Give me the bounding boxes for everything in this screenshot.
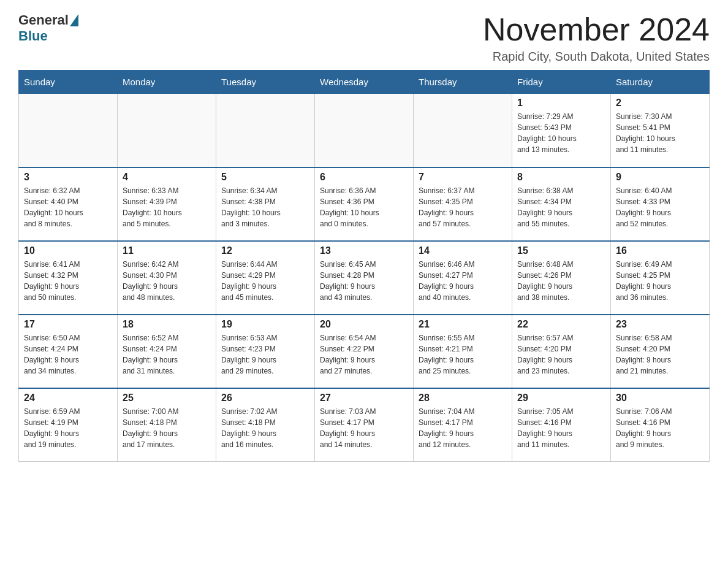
day-info: Sunrise: 6:53 AMSunset: 4:23 PMDaylight:… bbox=[221, 332, 309, 377]
calendar-cell: 19Sunrise: 6:53 AMSunset: 4:23 PMDayligh… bbox=[216, 315, 315, 388]
weekday-header-friday: Friday bbox=[512, 71, 611, 94]
calendar-cell: 23Sunrise: 6:58 AMSunset: 4:20 PMDayligh… bbox=[611, 315, 710, 388]
logo-general-text: General bbox=[18, 12, 69, 28]
logo: General Blue bbox=[18, 12, 80, 44]
day-info: Sunrise: 6:34 AMSunset: 4:38 PMDaylight:… bbox=[221, 185, 309, 229]
day-info: Sunrise: 7:05 AMSunset: 4:16 PMDaylight:… bbox=[517, 406, 605, 450]
calendar-cell: 21Sunrise: 6:55 AMSunset: 4:21 PMDayligh… bbox=[414, 315, 512, 388]
day-info: Sunrise: 6:46 AMSunset: 4:27 PMDaylight:… bbox=[419, 259, 507, 303]
location-subtitle: Rapid City, South Dakota, United States bbox=[483, 50, 710, 64]
day-info: Sunrise: 6:57 AMSunset: 4:20 PMDaylight:… bbox=[517, 332, 605, 377]
day-number: 20 bbox=[320, 319, 408, 330]
day-info: Sunrise: 7:00 AMSunset: 4:18 PMDaylight:… bbox=[123, 406, 211, 450]
calendar-cell: 4Sunrise: 6:33 AMSunset: 4:39 PMDaylight… bbox=[118, 167, 216, 241]
day-info: Sunrise: 6:54 AMSunset: 4:22 PMDaylight:… bbox=[320, 332, 408, 377]
day-info: Sunrise: 6:58 AMSunset: 4:20 PMDaylight:… bbox=[616, 332, 704, 377]
title-area: November 2024 Rapid City, South Dakota, … bbox=[483, 12, 710, 64]
day-number: 25 bbox=[123, 393, 211, 404]
page-header: General Blue November 2024 Rapid City, S… bbox=[18, 12, 710, 64]
day-number: 9 bbox=[616, 172, 704, 183]
day-number: 4 bbox=[123, 172, 211, 183]
calendar-cell: 28Sunrise: 7:04 AMSunset: 4:17 PMDayligh… bbox=[414, 388, 512, 462]
day-number: 28 bbox=[419, 393, 507, 404]
month-year-title: November 2024 bbox=[483, 12, 710, 47]
day-number: 1 bbox=[517, 98, 605, 109]
day-number: 2 bbox=[616, 98, 704, 109]
calendar-cell: 18Sunrise: 6:52 AMSunset: 4:24 PMDayligh… bbox=[118, 315, 216, 388]
calendar-cell bbox=[414, 94, 512, 167]
day-number: 14 bbox=[419, 245, 507, 256]
calendar-cell: 17Sunrise: 6:50 AMSunset: 4:24 PMDayligh… bbox=[19, 315, 118, 388]
day-info: Sunrise: 6:49 AMSunset: 4:25 PMDaylight:… bbox=[616, 259, 704, 303]
calendar-cell: 10Sunrise: 6:41 AMSunset: 4:32 PMDayligh… bbox=[19, 241, 118, 315]
day-info: Sunrise: 7:06 AMSunset: 4:16 PMDaylight:… bbox=[616, 406, 704, 450]
day-info: Sunrise: 6:41 AMSunset: 4:32 PMDaylight:… bbox=[24, 259, 112, 303]
day-number: 17 bbox=[24, 319, 112, 330]
calendar-cell: 7Sunrise: 6:37 AMSunset: 4:35 PMDaylight… bbox=[414, 167, 512, 241]
day-number: 18 bbox=[123, 319, 211, 330]
day-number: 5 bbox=[221, 172, 309, 183]
calendar-cell: 25Sunrise: 7:00 AMSunset: 4:18 PMDayligh… bbox=[118, 388, 216, 462]
day-info: Sunrise: 6:38 AMSunset: 4:34 PMDaylight:… bbox=[517, 185, 605, 229]
calendar-cell: 16Sunrise: 6:49 AMSunset: 4:25 PMDayligh… bbox=[611, 241, 710, 315]
day-info: Sunrise: 6:59 AMSunset: 4:19 PMDaylight:… bbox=[24, 406, 112, 450]
day-number: 8 bbox=[517, 172, 605, 183]
calendar-cell: 20Sunrise: 6:54 AMSunset: 4:22 PMDayligh… bbox=[315, 315, 414, 388]
day-info: Sunrise: 6:48 AMSunset: 4:26 PMDaylight:… bbox=[517, 259, 605, 303]
weekday-header-thursday: Thursday bbox=[414, 71, 512, 94]
calendar-cell: 29Sunrise: 7:05 AMSunset: 4:16 PMDayligh… bbox=[512, 388, 611, 462]
calendar-cell: 6Sunrise: 6:36 AMSunset: 4:36 PMDaylight… bbox=[315, 167, 414, 241]
calendar-cell bbox=[216, 94, 315, 167]
day-info: Sunrise: 6:40 AMSunset: 4:33 PMDaylight:… bbox=[616, 185, 704, 229]
day-number: 21 bbox=[419, 319, 507, 330]
calendar-row-4: 24Sunrise: 6:59 AMSunset: 4:19 PMDayligh… bbox=[19, 388, 710, 462]
day-info: Sunrise: 6:55 AMSunset: 4:21 PMDaylight:… bbox=[419, 332, 507, 377]
day-info: Sunrise: 6:50 AMSunset: 4:24 PMDaylight:… bbox=[24, 332, 112, 377]
weekday-header-monday: Monday bbox=[118, 71, 216, 94]
day-info: Sunrise: 7:29 AMSunset: 5:43 PMDaylight:… bbox=[517, 111, 605, 155]
day-number: 3 bbox=[24, 172, 112, 183]
calendar-row-1: 3Sunrise: 6:32 AMSunset: 4:40 PMDaylight… bbox=[19, 167, 710, 241]
day-number: 22 bbox=[517, 319, 605, 330]
calendar-row-3: 17Sunrise: 6:50 AMSunset: 4:24 PMDayligh… bbox=[19, 315, 710, 388]
day-info: Sunrise: 6:37 AMSunset: 4:35 PMDaylight:… bbox=[419, 185, 507, 229]
day-number: 12 bbox=[221, 245, 309, 256]
day-info: Sunrise: 7:02 AMSunset: 4:18 PMDaylight:… bbox=[221, 406, 309, 450]
day-number: 30 bbox=[616, 393, 704, 404]
calendar-cell: 30Sunrise: 7:06 AMSunset: 4:16 PMDayligh… bbox=[611, 388, 710, 462]
day-number: 15 bbox=[517, 245, 605, 256]
weekday-header-tuesday: Tuesday bbox=[216, 71, 315, 94]
calendar-cell: 3Sunrise: 6:32 AMSunset: 4:40 PMDaylight… bbox=[19, 167, 118, 241]
weekday-header-saturday: Saturday bbox=[611, 71, 710, 94]
day-info: Sunrise: 6:36 AMSunset: 4:36 PMDaylight:… bbox=[320, 185, 408, 229]
calendar-row-0: 1Sunrise: 7:29 AMSunset: 5:43 PMDaylight… bbox=[19, 94, 710, 167]
calendar-cell: 24Sunrise: 6:59 AMSunset: 4:19 PMDayligh… bbox=[19, 388, 118, 462]
day-info: Sunrise: 6:42 AMSunset: 4:30 PMDaylight:… bbox=[123, 259, 211, 303]
weekday-header-wednesday: Wednesday bbox=[315, 71, 414, 94]
weekday-header-sunday: Sunday bbox=[19, 71, 118, 94]
calendar-cell bbox=[19, 94, 118, 167]
calendar-cell: 27Sunrise: 7:03 AMSunset: 4:17 PMDayligh… bbox=[315, 388, 414, 462]
day-info: Sunrise: 7:30 AMSunset: 5:41 PMDaylight:… bbox=[616, 111, 704, 155]
calendar-cell: 2Sunrise: 7:30 AMSunset: 5:41 PMDaylight… bbox=[611, 94, 710, 167]
calendar-cell: 26Sunrise: 7:02 AMSunset: 4:18 PMDayligh… bbox=[216, 388, 315, 462]
calendar-cell: 5Sunrise: 6:34 AMSunset: 4:38 PMDaylight… bbox=[216, 167, 315, 241]
day-number: 10 bbox=[24, 245, 112, 256]
calendar-cell: 15Sunrise: 6:48 AMSunset: 4:26 PMDayligh… bbox=[512, 241, 611, 315]
logo-blue-text: Blue bbox=[18, 28, 48, 44]
day-number: 27 bbox=[320, 393, 408, 404]
day-number: 24 bbox=[24, 393, 112, 404]
day-number: 16 bbox=[616, 245, 704, 256]
calendar-row-2: 10Sunrise: 6:41 AMSunset: 4:32 PMDayligh… bbox=[19, 241, 710, 315]
day-info: Sunrise: 7:04 AMSunset: 4:17 PMDaylight:… bbox=[419, 406, 507, 450]
day-number: 26 bbox=[221, 393, 309, 404]
day-info: Sunrise: 6:32 AMSunset: 4:40 PMDaylight:… bbox=[24, 185, 112, 229]
calendar-cell: 9Sunrise: 6:40 AMSunset: 4:33 PMDaylight… bbox=[611, 167, 710, 241]
day-number: 6 bbox=[320, 172, 408, 183]
calendar-table: SundayMondayTuesdayWednesdayThursdayFrid… bbox=[18, 70, 710, 462]
calendar-cell: 1Sunrise: 7:29 AMSunset: 5:43 PMDaylight… bbox=[512, 94, 611, 167]
calendar-cell: 11Sunrise: 6:42 AMSunset: 4:30 PMDayligh… bbox=[118, 241, 216, 315]
day-info: Sunrise: 7:03 AMSunset: 4:17 PMDaylight:… bbox=[320, 406, 408, 450]
day-number: 11 bbox=[123, 245, 211, 256]
calendar-cell: 22Sunrise: 6:57 AMSunset: 4:20 PMDayligh… bbox=[512, 315, 611, 388]
